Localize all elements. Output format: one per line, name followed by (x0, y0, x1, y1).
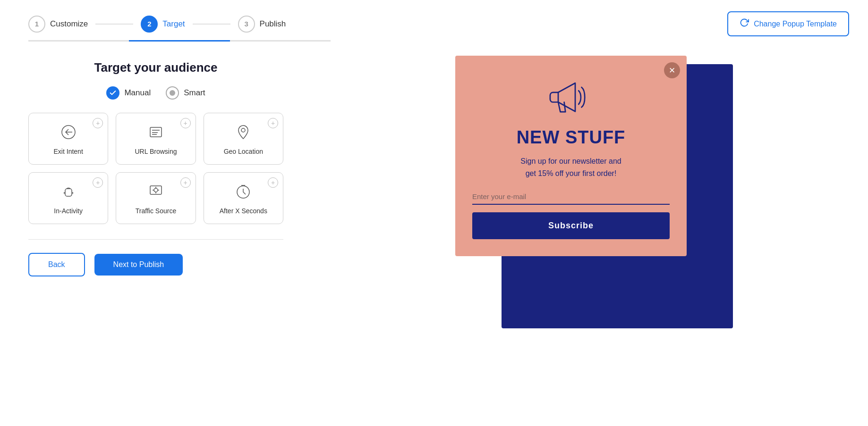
geo-location-icon (235, 124, 252, 143)
step-divider-2 (193, 24, 230, 25)
svg-rect-2 (150, 127, 162, 137)
exit-intent-add-icon[interactable]: + (93, 118, 103, 128)
manual-check-icon (106, 86, 119, 100)
exit-intent-label: Exit Intent (54, 148, 83, 155)
refresh-icon (740, 18, 749, 30)
step-circle-2: 2 (141, 16, 158, 33)
geo-location-label: Geo Location (224, 148, 263, 155)
right-panel: ✕ NEW STUFF Sign up for our newsletter a… (312, 46, 868, 276)
popup-card: ✕ NEW STUFF Sign up for our newsletter a… (455, 56, 687, 256)
svg-point-9 (154, 188, 158, 192)
traffic-source-label: Traffic Source (136, 207, 176, 215)
url-browsing-add-icon[interactable]: + (180, 118, 191, 128)
change-template-label: Change Popup Template (754, 20, 837, 28)
trigger-traffic-source[interactable]: + Traffic Source (116, 172, 196, 224)
svg-point-6 (241, 128, 245, 132)
url-browsing-icon (147, 124, 164, 143)
trigger-geo-location[interactable]: + Geo Location (204, 113, 283, 165)
geo-location-add-icon[interactable]: + (268, 118, 278, 128)
popup-title: NEW STUFF (517, 127, 626, 148)
trigger-url-browsing[interactable]: + URL Browsing (116, 113, 196, 165)
trigger-grid: + Exit Intent + (28, 113, 283, 224)
in-activity-add-icon[interactable]: + (93, 177, 103, 188)
popup-subtitle: Sign up for our newsletter andget 15% of… (520, 155, 621, 179)
stepper: 1 Customize 2 Target 3 Publish (28, 16, 286, 33)
exit-intent-icon (60, 124, 77, 143)
main-content: Target your audience Manual Smart (0, 46, 868, 276)
popup-preview-wrapper: ✕ NEW STUFF Sign up for our newsletter a… (455, 56, 724, 256)
traffic-source-icon (147, 183, 164, 202)
smart-label: Smart (184, 88, 205, 98)
panel-divider (28, 239, 283, 240)
manual-label: Manual (124, 88, 151, 98)
close-icon: ✕ (669, 66, 675, 75)
step-publish[interactable]: 3 Publish (238, 16, 286, 33)
after-seconds-add-icon[interactable]: + (268, 177, 278, 188)
url-browsing-label: URL Browsing (135, 148, 177, 155)
traffic-source-add-icon[interactable]: + (180, 177, 191, 188)
bottom-buttons: Back Next to Publish (28, 253, 283, 276)
trigger-in-activity[interactable]: + In-Activity (28, 172, 108, 224)
change-template-button[interactable]: Change Popup Template (727, 11, 849, 36)
popup-subscribe-button[interactable]: Subscribe (472, 212, 670, 239)
in-activity-icon (60, 183, 77, 202)
step-label-publish: Publish (260, 19, 286, 29)
smart-radio-icon (166, 86, 179, 100)
popup-email-input[interactable] (472, 192, 670, 200)
smart-mode-option[interactable]: Smart (166, 86, 205, 100)
trigger-after-x-seconds[interactable]: + After X Seconds (204, 172, 283, 224)
in-activity-label: In-Activity (54, 207, 83, 215)
manual-mode-option[interactable]: Manual (106, 86, 151, 100)
stepper-underline-bar (28, 40, 331, 42)
stepper-active-indicator (129, 40, 230, 42)
megaphone-icon (545, 75, 597, 119)
after-seconds-icon (235, 183, 252, 202)
targeting-mode: Manual Smart (28, 86, 283, 100)
popup-email-wrapper (472, 192, 670, 205)
smart-radio-inner (170, 90, 175, 96)
svg-rect-7 (65, 189, 72, 196)
left-panel: Target your audience Manual Smart (0, 46, 312, 276)
next-to-publish-button[interactable]: Next to Publish (94, 254, 183, 276)
after-seconds-label: After X Seconds (220, 207, 267, 215)
back-button[interactable]: Back (28, 253, 85, 276)
step-customize[interactable]: 1 Customize (28, 16, 88, 33)
header: 1 Customize 2 Target 3 Publish Change Po… (0, 0, 868, 36)
step-circle-1: 1 (28, 16, 45, 33)
trigger-exit-intent[interactable]: + Exit Intent (28, 113, 108, 165)
popup-close-button[interactable]: ✕ (664, 62, 680, 78)
step-divider-1 (95, 24, 133, 25)
panel-title: Target your audience (28, 60, 283, 75)
step-label-target: Target (162, 19, 185, 29)
step-label-customize: Customize (50, 19, 88, 29)
step-target[interactable]: 2 Target (141, 16, 185, 33)
step-circle-3: 3 (238, 16, 255, 33)
